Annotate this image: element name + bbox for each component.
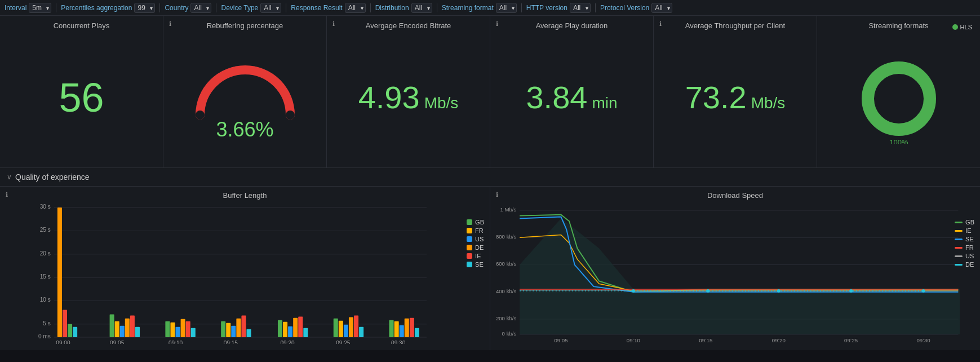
svg-text:09:00: 09:00: [56, 340, 70, 344]
percentiles-filter: Percentiles aggregation 99: [61, 3, 155, 13]
download-chart-title: Download Speed: [490, 191, 980, 200]
dl-legend-item-de: DE: [955, 261, 974, 268]
svg-rect-58: [359, 327, 363, 337]
svg-rect-59: [389, 320, 394, 337]
chevron-down-icon[interactable]: ∨: [7, 173, 12, 181]
legend-fr-color: [467, 228, 472, 233]
throughput-title: Average Throughput per Client: [654, 21, 817, 30]
percentiles-select[interactable]: 99: [134, 3, 155, 13]
device-label: Device Type: [221, 4, 258, 12]
throughput-info-icon[interactable]: ℹ: [659, 20, 662, 28]
svg-text:400 kb/s: 400 kb/s: [496, 288, 517, 294]
hls-legend-dot: [952, 24, 958, 30]
device-select[interactable]: All: [260, 3, 281, 13]
legend-item-de: DE: [467, 244, 484, 251]
legend-de-color: [467, 245, 472, 250]
interval-select[interactable]: 5m: [29, 3, 51, 13]
svg-rect-33: [130, 316, 135, 337]
svg-rect-52: [303, 328, 308, 337]
svg-text:09:10: 09:10: [168, 340, 183, 344]
buffer-chart-svg: 30 s 25 s 20 s 15 s 10 s 5 s 0 ms 09:00 …: [0, 202, 490, 344]
svg-rect-27: [68, 324, 72, 337]
percentiles-select-wrap[interactable]: 99: [134, 3, 155, 13]
svg-rect-38: [181, 319, 185, 337]
legend-item-gb: GB: [467, 219, 484, 226]
legend-de-label: DE: [475, 244, 484, 251]
device-filter: Device Type All: [221, 3, 281, 13]
encoded-bitrate-info-icon[interactable]: ℹ: [332, 20, 335, 28]
rebuffering-gauge: 3.66%: [189, 56, 301, 142]
legend-us-color: [467, 236, 472, 242]
device-select-wrap[interactable]: All: [260, 3, 281, 13]
distribution-filter: Distribution All: [375, 3, 432, 13]
svg-rect-45: [241, 316, 246, 337]
legend-gb-label: GB: [475, 219, 484, 226]
throughput-card: Average Throughput per Client ℹ 73.2 Mb/…: [654, 16, 817, 167]
divider-3: [216, 3, 216, 12]
interval-label: Interval: [5, 4, 26, 12]
concurrent-plays-title: Concurrent Plays: [0, 21, 163, 30]
dl-legend-item-gb: GB: [955, 219, 974, 226]
legend-ie-label: IE: [475, 253, 481, 259]
svg-text:600 kb/s: 600 kb/s: [496, 261, 517, 267]
http-label: HTTP version: [526, 4, 567, 12]
country-select[interactable]: All: [190, 3, 211, 13]
response-select[interactable]: All: [345, 3, 366, 13]
svg-text:10 s: 10 s: [40, 297, 51, 303]
rebuffering-info-icon[interactable]: ℹ: [169, 20, 171, 28]
dl-legend-item-us: US: [955, 253, 974, 259]
svg-rect-50: [293, 318, 298, 337]
legend-item-se: SE: [467, 261, 484, 268]
distribution-select-wrap[interactable]: All: [411, 3, 432, 13]
dl-legend-ie-color: [955, 230, 963, 232]
legend-fr-label: FR: [475, 227, 484, 234]
svg-rect-30: [115, 321, 119, 337]
svg-text:5 s: 5 s: [43, 320, 50, 326]
svg-text:09:15: 09:15: [699, 337, 712, 343]
svg-rect-62: [405, 319, 409, 337]
svg-rect-49: [288, 326, 292, 337]
protocol-select[interactable]: All: [651, 3, 672, 13]
country-select-wrap[interactable]: All: [190, 3, 211, 13]
svg-text:09:05: 09:05: [110, 340, 125, 344]
protocol-select-wrap[interactable]: All: [651, 3, 672, 13]
download-legend: GB IE SE FR US: [955, 219, 974, 268]
svg-text:09:20: 09:20: [280, 340, 295, 344]
svg-text:09:25: 09:25: [336, 340, 351, 344]
download-info-icon[interactable]: ℹ: [496, 191, 498, 198]
svg-rect-55: [344, 325, 348, 337]
svg-point-84: [632, 289, 635, 293]
buffer-chart-area: 30 s 25 s 20 s 15 s 10 s 5 s 0 ms 09:00 …: [0, 202, 490, 344]
svg-point-87: [849, 289, 853, 293]
buffer-info-icon[interactable]: ℹ: [6, 191, 8, 198]
distribution-select[interactable]: All: [411, 3, 432, 13]
response-select-wrap[interactable]: All: [345, 3, 366, 13]
encoded-bitrate-title: Avergage Encoded Bitrate: [327, 21, 490, 30]
rebuffering-title: Rebuffering percentage: [163, 21, 326, 30]
interval-filter: Interval 5m: [5, 3, 51, 13]
svg-rect-41: [221, 321, 225, 337]
interval-select-wrap[interactable]: 5m: [29, 3, 51, 13]
svg-text:09:05: 09:05: [554, 337, 567, 343]
svg-rect-63: [410, 318, 414, 337]
svg-rect-32: [125, 319, 130, 337]
streaming-select-wrap[interactable]: All: [496, 3, 517, 13]
response-label: Response Result: [291, 4, 342, 12]
http-filter: HTTP version All: [526, 3, 591, 13]
svg-rect-64: [415, 328, 419, 337]
play-duration-info-icon[interactable]: ℹ: [496, 20, 498, 28]
metrics-row: Concurrent Plays 56 Rebuffering percenta…: [0, 16, 980, 168]
encoded-bitrate-unit: Mb/s: [424, 94, 459, 112]
svg-rect-25: [57, 208, 62, 337]
http-select-wrap[interactable]: All: [570, 3, 591, 13]
concurrent-plays-value-row: 56: [59, 77, 104, 118]
svg-rect-35: [165, 321, 170, 337]
http-select[interactable]: All: [570, 3, 591, 13]
svg-text:09:15: 09:15: [224, 340, 238, 344]
streaming-select[interactable]: All: [496, 3, 517, 13]
encoded-bitrate-value-row: 4.93 Mb/s: [358, 82, 459, 113]
svg-point-86: [777, 289, 781, 293]
svg-rect-56: [349, 317, 353, 337]
donut-svg: 100%: [854, 54, 944, 144]
svg-rect-47: [278, 320, 282, 337]
